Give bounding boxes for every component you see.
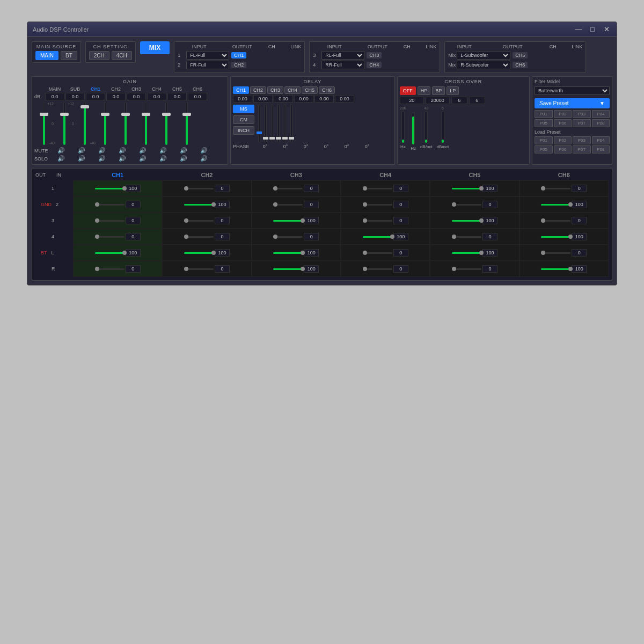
- sv-ch2-btr[interactable]: [215, 265, 230, 273]
- sv-ch5-in2[interactable]: [482, 201, 497, 208]
- main-btn[interactable]: MAIN: [35, 51, 58, 60]
- sv-ch2-btl[interactable]: [215, 249, 230, 257]
- ch4-btn[interactable]: 4CH: [112, 51, 132, 60]
- delay-fader-ch2-thumb[interactable]: [263, 137, 268, 140]
- slider-ch4-in3[interactable]: [363, 217, 408, 224]
- save-slot-6[interactable]: P06: [554, 119, 572, 127]
- slider-ch2-btl[interactable]: [184, 249, 230, 257]
- load-slot-6[interactable]: P06: [554, 145, 572, 153]
- sth-ch5-in2[interactable]: [452, 202, 456, 207]
- slider-ch6-in1[interactable]: [541, 185, 587, 192]
- sth-ch4-in1[interactable]: [363, 186, 367, 191]
- sv-ch5-btr[interactable]: [482, 265, 497, 273]
- slider-ch1-in2[interactable]: [95, 201, 141, 208]
- route-input-6[interactable]: R-Subwoofer: [457, 61, 510, 69]
- sth-ch6-btl[interactable]: [541, 251, 545, 255]
- delay-ch4-btn[interactable]: CH4: [284, 86, 301, 94]
- filter-hp-btn[interactable]: HP: [418, 86, 431, 95]
- mute-ch2[interactable]: 🔊: [113, 147, 132, 154]
- slider-ch1-btr[interactable]: [95, 265, 141, 273]
- gain-val-ch6[interactable]: [188, 93, 207, 100]
- gain-val-main[interactable]: [45, 93, 64, 100]
- fader-ch6-thumb[interactable]: [182, 113, 191, 116]
- fader-ch4-thumb[interactable]: [142, 113, 150, 116]
- sth-ch3-in1[interactable]: [273, 186, 277, 191]
- load-slot-4[interactable]: P04: [592, 136, 610, 144]
- load-slot-3[interactable]: P03: [573, 136, 591, 144]
- slider-ch2-in1[interactable]: [184, 185, 230, 192]
- slider-ch5-in2[interactable]: [452, 201, 497, 208]
- solo-ch6[interactable]: 🔊: [194, 155, 214, 162]
- sth-ch2-btr[interactable]: [184, 267, 188, 271]
- sv-ch4-btl[interactable]: [393, 249, 408, 257]
- slider-thumb-ch1-in1[interactable]: [122, 186, 127, 191]
- sth-ch5-in3[interactable]: [479, 218, 484, 223]
- sv-ch3-in4[interactable]: [304, 233, 319, 240]
- slider-ch6-btr[interactable]: [541, 265, 587, 273]
- sv-ch3-btr[interactable]: [304, 265, 319, 273]
- sv-ch6-in1[interactable]: [572, 185, 587, 192]
- sv-ch6-in2[interactable]: [572, 201, 587, 208]
- sv-ch6-in4[interactable]: [572, 233, 587, 240]
- delay-val-ch2[interactable]: [253, 95, 273, 103]
- slider-val-ch1-in2[interactable]: [126, 201, 141, 208]
- fader-ch3-thumb[interactable]: [121, 113, 130, 116]
- slider-ch3-in4[interactable]: [273, 233, 319, 240]
- load-slot-7[interactable]: P07: [573, 145, 591, 153]
- slider-ch5-in3[interactable]: [452, 217, 497, 224]
- slider-ch2-btr[interactable]: [184, 265, 230, 273]
- ch2-btn[interactable]: 2CH: [89, 51, 109, 60]
- solo-ch1[interactable]: 🔊: [92, 155, 112, 162]
- slider-ch2-in4[interactable]: [184, 233, 230, 240]
- slider-ch4-in4[interactable]: [363, 233, 408, 240]
- slider-ch3-btl[interactable]: [273, 249, 319, 257]
- solo-ch4[interactable]: 🔊: [153, 155, 173, 162]
- slider-ch5-btr[interactable]: [452, 265, 497, 273]
- slider-val-ch1-in4[interactable]: [126, 233, 141, 240]
- slider-val-ch1-btl[interactable]: [126, 249, 141, 257]
- delay-ch1-btn[interactable]: CH1: [233, 86, 249, 94]
- maximize-button[interactable]: □: [588, 25, 597, 33]
- sv-ch4-in2[interactable]: [393, 201, 408, 208]
- save-slot-2[interactable]: P02: [554, 110, 572, 118]
- slider-thumb-ch1-in4[interactable]: [95, 235, 99, 239]
- sv-ch4-in4[interactable]: [393, 233, 408, 240]
- gain-val-ch3[interactable]: [127, 93, 146, 100]
- save-slot-5[interactable]: P05: [535, 119, 553, 127]
- route-input-5[interactable]: L-Subwoofer: [457, 51, 510, 60]
- ms-button[interactable]: MS: [233, 105, 254, 113]
- fader-ch5-thumb[interactable]: [162, 113, 171, 116]
- slider-val-ch1-in3[interactable]: [126, 217, 141, 224]
- mute-main[interactable]: 🔊: [52, 147, 71, 154]
- solo-ch3[interactable]: 🔊: [133, 155, 152, 162]
- sth-ch4-in2[interactable]: [363, 202, 367, 207]
- sth-ch5-in1[interactable]: [479, 186, 484, 191]
- sth-ch2-in2[interactable]: [211, 202, 216, 207]
- sth-ch5-btl[interactable]: [479, 251, 484, 255]
- slider-ch6-in4[interactable]: [541, 233, 587, 240]
- load-slot-8[interactable]: P08: [592, 145, 610, 153]
- slider-ch6-in3[interactable]: [541, 217, 587, 224]
- slider-ch4-in1[interactable]: [363, 185, 408, 192]
- slider-thumb-ch1-btl[interactable]: [122, 251, 127, 255]
- load-slot-5[interactable]: P05: [535, 145, 553, 153]
- sth-ch2-in4[interactable]: [184, 235, 188, 239]
- delay-fader-ch4-thumb[interactable]: [276, 137, 281, 140]
- close-button[interactable]: ✕: [602, 25, 611, 33]
- slider-ch1-in1[interactable]: [95, 185, 141, 192]
- gain-val-ch2[interactable]: [106, 93, 126, 100]
- mute-ch1[interactable]: 🔊: [92, 147, 112, 154]
- delay-ch5-btn[interactable]: CH5: [302, 86, 318, 94]
- bt-btn[interactable]: BT: [61, 51, 77, 60]
- sv-ch6-in3[interactable]: [572, 217, 587, 224]
- sv-ch4-btr[interactable]: [393, 265, 408, 273]
- load-slot-1[interactable]: P01: [535, 136, 553, 144]
- filter-bp-btn[interactable]: BP: [432, 86, 445, 95]
- mute-ch4[interactable]: 🔊: [153, 147, 173, 154]
- slider-ch3-in3[interactable]: [273, 217, 319, 224]
- delay-val-ch5[interactable]: [314, 95, 334, 103]
- slider-ch4-btl[interactable]: [363, 249, 408, 257]
- xo-freq-high[interactable]: [426, 97, 450, 104]
- slider-val-ch1-in1[interactable]: [126, 185, 141, 192]
- delay-fader-ch1-thumb[interactable]: [257, 131, 262, 134]
